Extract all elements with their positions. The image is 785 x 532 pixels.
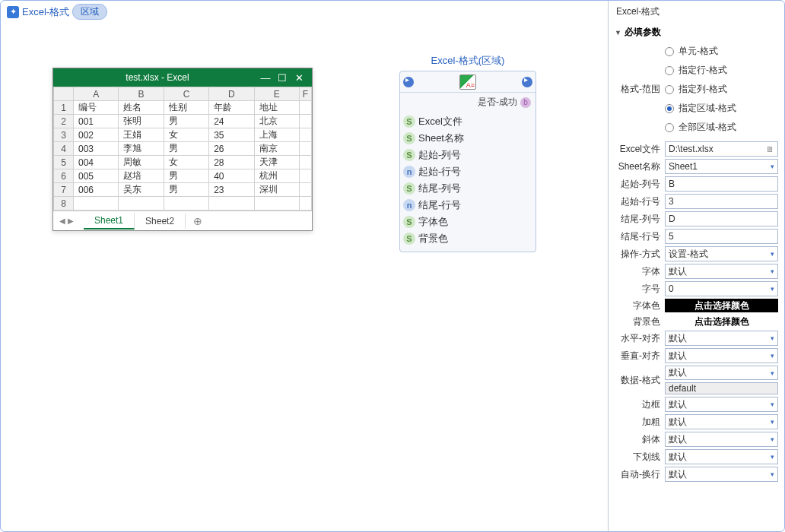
node-port-row[interactable]: S背景色: [403, 230, 536, 247]
port-label: 结尾-行号: [418, 198, 461, 212]
minimize-button[interactable]: —: [257, 72, 274, 84]
port-label: Sheet名称: [418, 131, 464, 145]
port-label: Excel文件: [418, 115, 462, 128]
wrap-select[interactable]: 默认▾: [665, 467, 778, 482]
node-port-row[interactable]: S字体色: [403, 214, 536, 230]
property-panel: Excel-格式 ▼ 必填参数 格式-范围 单元-格式指定行-格式指定列-格式指…: [608, 1, 784, 531]
underline-select[interactable]: 默认▾: [665, 449, 778, 464]
font-select[interactable]: 默认▾: [665, 264, 778, 279]
port-label: 结尾-列号: [418, 182, 461, 195]
collapse-icon[interactable]: ▼: [615, 29, 621, 36]
node-port-row[interactable]: n起始-行号: [403, 163, 536, 180]
end-col-input[interactable]: D: [665, 211, 778, 226]
excel-title: test.xlsx - Excel: [58, 72, 257, 83]
halign-select[interactable]: 默认▾: [665, 331, 778, 346]
size-select[interactable]: 0▾: [665, 281, 778, 296]
scope-radio-option[interactable]: 指定列-格式: [665, 80, 778, 99]
node-port-row[interactable]: SSheet名称: [403, 130, 536, 147]
panel-title: Excel-格式: [615, 4, 778, 23]
port-label: 起始-列号: [418, 148, 461, 162]
string-port-icon: S: [403, 149, 415, 161]
sheet-tab-1[interactable]: Sheet1: [84, 213, 135, 230]
node-port-row[interactable]: n结尾-行号: [403, 197, 536, 214]
maximize-button[interactable]: ☐: [274, 72, 291, 84]
string-port-icon: S: [403, 182, 415, 195]
number-port-icon: n: [403, 166, 415, 178]
scope-label: 格式-范围: [615, 83, 665, 96]
valign-select[interactable]: 默认▾: [665, 348, 778, 363]
sheet-tab-2[interactable]: Sheet2: [135, 214, 186, 229]
canvas-area[interactable]: test.xlsx - Excel — ☐ ✕ ABCDEF 1编号姓名性别年龄…: [1, 1, 608, 531]
data-format-value[interactable]: default: [665, 382, 778, 394]
radio-icon[interactable]: [665, 123, 674, 132]
sheet-select[interactable]: Sheet1▾: [665, 159, 778, 174]
scope-radio-option[interactable]: 指定区域-格式: [665, 99, 778, 118]
excel-window: test.xlsx - Excel — ☐ ✕ ABCDEF 1编号姓名性别年龄…: [52, 68, 313, 231]
node-port-row[interactable]: S起始-列号: [403, 147, 536, 163]
node-port-row[interactable]: S结尾-列号: [403, 180, 536, 197]
file-browse-icon[interactable]: 🗎: [766, 144, 774, 154]
bold-select[interactable]: 默认▾: [665, 414, 778, 429]
bg-color-picker[interactable]: 点击选择颜色: [665, 315, 778, 328]
radio-icon[interactable]: [665, 47, 674, 56]
excel-grid[interactable]: ABCDEF 1编号姓名性别年龄地址 2001张明男24北京 3002王娟女35…: [53, 87, 312, 211]
string-port-icon: S: [403, 116, 415, 128]
bool-port-icon[interactable]: b: [520, 97, 531, 108]
file-input[interactable]: D:\test.xlsx🗎: [665, 141, 778, 157]
node-port-row[interactable]: SExcel文件: [403, 113, 536, 130]
start-row-input[interactable]: 3: [665, 194, 778, 209]
add-sheet-button[interactable]: ⊕: [186, 213, 210, 230]
end-row-input[interactable]: 5: [665, 229, 778, 244]
radio-icon[interactable]: [665, 66, 674, 75]
font-color-picker[interactable]: 点击选择颜色: [665, 299, 778, 312]
port-label: 起始-行号: [418, 165, 461, 179]
port-label: 背景色: [418, 232, 448, 245]
required-section[interactable]: ▼ 必填参数: [615, 23, 778, 42]
scope-radio-option[interactable]: 指定行-格式: [665, 61, 778, 80]
output-port-icon[interactable]: [522, 77, 532, 87]
string-port-icon: S: [403, 233, 415, 245]
string-port-icon: S: [403, 132, 415, 144]
node-title: Excel-格式(区域): [399, 54, 536, 68]
italic-select[interactable]: 默认▾: [665, 432, 778, 447]
operation-select[interactable]: 设置-格式▾: [665, 246, 778, 261]
sheet-tabs: Sheet1 Sheet2 ⊕: [53, 211, 312, 230]
node-success-label: 是否-成功: [478, 96, 517, 109]
flow-node[interactable]: Excel-格式(区域) 是否-成功 b SExcel文件SSheet名称S起始…: [399, 54, 536, 252]
scope-radio-option[interactable]: 单元-格式: [665, 42, 778, 61]
close-button[interactable]: ✕: [291, 72, 307, 84]
number-port-icon: n: [403, 199, 415, 211]
radio-icon[interactable]: [665, 85, 674, 94]
input-port-icon[interactable]: [403, 77, 414, 87]
start-col-input[interactable]: B: [665, 176, 778, 192]
data-format-select[interactable]: 默认▾: [665, 366, 778, 380]
radio-icon[interactable]: [665, 104, 674, 113]
border-select[interactable]: 默认▾: [665, 397, 778, 412]
scope-radio-option[interactable]: 全部区域-格式: [665, 118, 778, 137]
port-label: 字体色: [418, 215, 448, 229]
excel-format-icon: [459, 74, 476, 90]
excel-titlebar: test.xlsx - Excel — ☐ ✕: [53, 68, 312, 87]
string-port-icon: S: [403, 216, 415, 228]
